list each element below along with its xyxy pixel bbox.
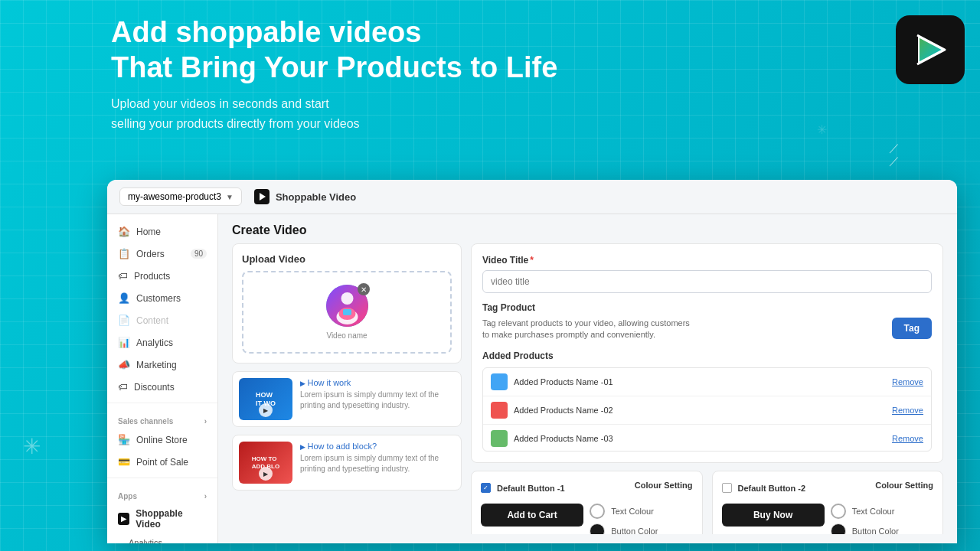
window-body: 🏠 Home 📋 Orders 90 🏷 Products 👤 Customer…	[107, 214, 957, 543]
hero-subtitle: Upload your videos in seconds and start …	[111, 94, 557, 133]
sidebar-item-products[interactable]: 🏷 Products	[107, 265, 217, 287]
btn-card-1: ✓ Default Button -1 Colour Setting Add t…	[471, 471, 703, 534]
store-selector[interactable]: my-awesome-product3 ▼	[119, 187, 242, 206]
product-row-3: Added Products Name -03 Remove	[483, 425, 931, 452]
btn1-colours: Text Colour Button Color	[590, 504, 692, 534]
sidebar-item-orders[interactable]: 📋 Orders 90	[107, 243, 217, 265]
button-section: ✓ Default Button -1 Colour Setting Add t…	[471, 471, 943, 534]
sidebar-item-pos[interactable]: 💳 Point of Sale	[107, 451, 217, 473]
video-link-1[interactable]: How it work	[300, 378, 455, 387]
svg-point-2	[341, 292, 353, 305]
upload-box[interactable]: ✕ Video name	[242, 271, 452, 354]
upload-filename: Video name	[326, 331, 367, 340]
sidebar-sub-analytics[interactable]: Analytics	[107, 534, 217, 543]
btn2-text-colour-circle[interactable]	[831, 504, 846, 519]
added-products-title: Added Products	[482, 350, 932, 361]
sidebar-section-sales: Sales channels ›	[107, 408, 217, 429]
brand-icon	[254, 189, 270, 204]
page-title: Create Video	[232, 223, 943, 237]
form-main-card: Video Title * Tag Product Tag relevant p…	[471, 243, 943, 463]
store-chevron-icon: ▼	[226, 193, 234, 201]
analytics-icon: 📊	[118, 337, 130, 348]
product-row-2: Added Products Name -02 Remove	[483, 396, 931, 425]
video-desc-1: Lorem ipsum is simply dummy text of the …	[300, 390, 455, 411]
btn2-colours: Text Colour Button Color	[831, 504, 933, 534]
logo-icon	[911, 31, 949, 69]
thumb-play-2[interactable]: ▶	[259, 467, 273, 481]
btn1-checkbox[interactable]: ✓	[481, 483, 491, 493]
tag-button[interactable]: Tag	[892, 318, 932, 339]
deco-snowflake-3: ✳	[817, 122, 827, 137]
deco-snowflake-1: ✳	[23, 434, 41, 459]
product-name-2: Added Products Name -02	[514, 406, 886, 415]
sidebar-item-shoppable-video[interactable]: ▶ Shoppable Video	[107, 504, 217, 534]
online-store-icon: 🏪	[118, 434, 130, 445]
thumb-play-1[interactable]: ▶	[259, 403, 273, 417]
btn2-preview-area: Buy Now	[722, 504, 825, 534]
btn2-button-colour-row: Button Color	[831, 523, 933, 534]
shoppable-video-icon: ▶	[118, 513, 129, 525]
remove-product-3[interactable]: Remove	[892, 434, 923, 443]
video-thumb-2: HOW TOADD BLO ▶	[239, 442, 292, 484]
sidebar-item-marketing[interactable]: 📣 Marketing	[107, 354, 217, 376]
content-area: Create Video Upload Video	[218, 214, 957, 543]
svg-marker-0	[260, 193, 266, 201]
product-icon-1	[491, 373, 508, 390]
brand-play-icon	[257, 192, 266, 201]
sales-chevron-icon: ›	[204, 417, 207, 425]
content-icon: 📄	[118, 315, 130, 326]
sidebar-item-discounts[interactable]: 🏷 Discounts	[107, 376, 217, 398]
hero-section: Add shoppable videos That Bring Your Pro…	[111, 15, 557, 133]
window-frame: my-awesome-product3 ▼ Shoppable Video 🏠 …	[107, 180, 957, 543]
home-icon: 🏠	[118, 226, 130, 237]
app-logo	[896, 15, 965, 84]
right-column: Video Title * Tag Product Tag relevant p…	[471, 243, 943, 534]
video-title-label: Video Title *	[482, 255, 932, 266]
video-info-1: How it work Lorem ipsum is simply dummy …	[300, 378, 455, 411]
video-list-item-2: HOW TOADD BLO ▶ How to add block? Lorem …	[232, 435, 462, 491]
remove-product-2[interactable]: Remove	[892, 406, 923, 415]
sidebar-item-customers[interactable]: 👤 Customers	[107, 287, 217, 309]
sidebar-item-content[interactable]: 📄 Content	[107, 309, 217, 331]
app-brand: Shoppable Video	[254, 189, 356, 204]
sidebar-item-analytics[interactable]: 📊 Analytics	[107, 331, 217, 354]
tag-row: Tag relevant products to your video, all…	[482, 318, 932, 341]
tag-product-label: Tag Product	[482, 302, 932, 313]
upload-section: Upload Video	[232, 243, 462, 364]
customers-icon: 👤	[118, 292, 130, 304]
deco-ticks: ／／	[889, 142, 900, 168]
product-name-1: Added Products Name -01	[514, 377, 886, 386]
btn1-preview-row: Add to Cart Text Colour But	[481, 504, 693, 534]
product-row-1: Added Products Name -01 Remove	[483, 368, 931, 396]
btn2-checkbox[interactable]	[722, 483, 732, 493]
btn1-text-colour-circle[interactable]	[590, 504, 605, 519]
video-thumb-1: HOWIT WO ▶	[239, 378, 292, 420]
btn2-label: Default Button -2	[738, 484, 806, 493]
sidebar-item-home[interactable]: 🏠 Home	[107, 220, 217, 243]
btn-row-1: ✓ Default Button -1 Colour Setting	[481, 481, 693, 496]
add-to-cart-button[interactable]: Add to Cart	[481, 504, 583, 527]
sidebar-item-online-store[interactable]: 🏪 Online Store	[107, 429, 217, 451]
discounts-icon: 🏷	[118, 381, 128, 393]
btn2-button-colour-circle[interactable]	[831, 523, 846, 534]
video-desc-2: Lorem ipsum is simply dummy text of the …	[300, 453, 455, 474]
apps-chevron-icon: ›	[204, 492, 207, 500]
upload-avatar-wrapper: ✕	[326, 285, 368, 327]
video-title-input[interactable]	[482, 270, 932, 293]
btn1-text-colour-row: Text Colour	[590, 504, 692, 519]
btn-card-2: Default Button -2 Colour Setting Buy Now	[712, 471, 944, 534]
btn2-preview-row: Buy Now Text Colour Button	[722, 504, 934, 534]
sidebar-divider-2	[107, 478, 217, 478]
products-list: Added Products Name -01 Remove Added Pro…	[482, 367, 932, 452]
sidebar: 🏠 Home 📋 Orders 90 🏷 Products 👤 Customer…	[107, 214, 218, 543]
product-name-3: Added Products Name -03	[514, 434, 886, 443]
remove-product-1[interactable]: Remove	[892, 377, 923, 386]
btn1-preview-area: Add to Cart	[481, 504, 583, 534]
buy-now-button[interactable]: Buy Now	[722, 504, 825, 527]
video-link-2[interactable]: How to add block?	[300, 442, 455, 451]
btn1-button-colour-circle[interactable]	[590, 523, 605, 534]
remove-upload-icon[interactable]: ✕	[358, 283, 370, 295]
product-icon-2	[491, 402, 508, 419]
added-products-section: Added Products Added Products Name -01 R…	[482, 350, 932, 452]
pos-icon: 💳	[118, 456, 130, 468]
